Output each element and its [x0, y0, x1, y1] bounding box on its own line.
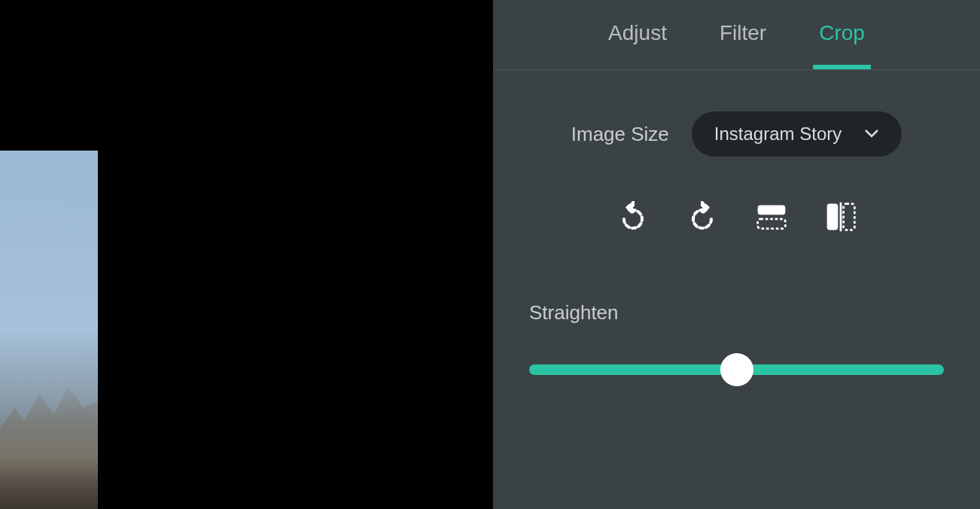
image-preview[interactable]: [0, 151, 98, 509]
tab-adjust[interactable]: Adjust: [608, 21, 667, 51]
slider-thumb[interactable]: [720, 353, 753, 386]
tabs-row: Adjust Filter Crop: [493, 0, 980, 70]
image-size-row: Image Size Instagram Story: [493, 70, 980, 157]
flip-horizontal-button[interactable]: [755, 200, 788, 233]
image-size-dropdown[interactable]: Instagram Story: [692, 111, 902, 157]
straighten-label: Straighten: [529, 301, 944, 325]
flip-horizontal-icon: [755, 201, 788, 233]
tab-crop[interactable]: Crop: [819, 21, 865, 51]
flip-vertical-button[interactable]: [824, 200, 857, 233]
rotate-right-icon: [686, 201, 718, 233]
image-size-label: Image Size: [571, 123, 669, 146]
svg-rect-1: [757, 219, 785, 229]
straighten-slider[interactable]: [529, 353, 944, 386]
chevron-down-icon: [864, 127, 879, 141]
rotate-left-icon: [617, 201, 649, 233]
canvas-area: [0, 0, 493, 509]
image-size-value: Instagram Story: [714, 123, 842, 145]
svg-rect-2: [826, 204, 838, 230]
svg-rect-0: [757, 205, 785, 215]
tab-filter[interactable]: Filter: [720, 21, 766, 51]
transform-icons: [493, 157, 980, 233]
straighten-section: Straighten: [493, 233, 980, 386]
svg-rect-3: [843, 204, 854, 230]
rotate-left-button[interactable]: [616, 200, 650, 233]
side-panel: Adjust Filter Crop Image Size Instagram …: [493, 0, 980, 509]
flip-vertical-icon: [824, 201, 857, 233]
rotate-right-button[interactable]: [686, 200, 719, 233]
